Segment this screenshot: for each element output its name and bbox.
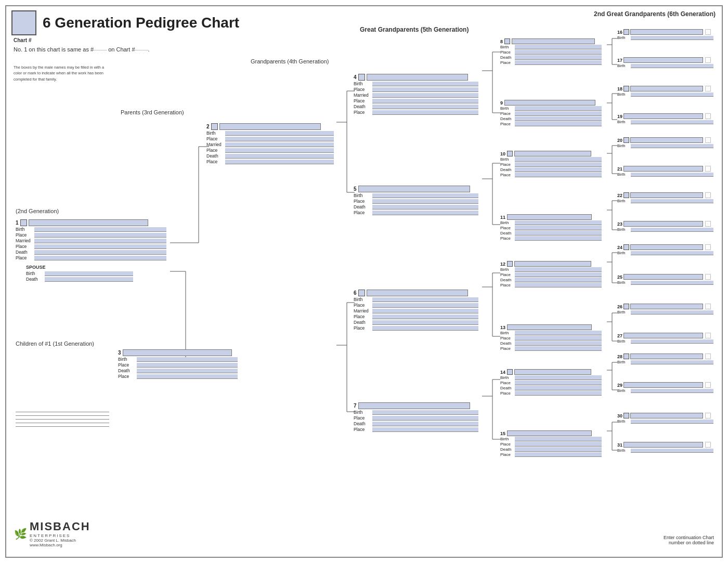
person-12-square <box>507 261 513 267</box>
logo-sub: ENTERPRISES <box>30 533 90 538</box>
logo-copy: © 2002 Grant L. Misbach www.Misbach.org <box>30 538 90 547</box>
info-paragraph: The boxes by the male names may be fille… <box>14 64 112 82</box>
person-4-namebar[interactable] <box>367 74 468 81</box>
person-10-num: 10 <box>500 151 505 156</box>
person-8-num: 8 <box>500 39 503 44</box>
person-1-namebar[interactable] <box>29 219 148 226</box>
person-3-namebar[interactable] <box>123 349 232 356</box>
person-13-num: 13 <box>500 325 505 330</box>
logo-main: MISBACH <box>30 520 90 533</box>
person-1-square <box>20 219 27 226</box>
person-26: 26 Birth <box>617 304 713 315</box>
no1-info: No. 1 on this chart is same as # on Char… <box>14 45 150 54</box>
person-25: 25 Birth <box>617 274 713 285</box>
person-21: 21 Birth <box>617 166 713 177</box>
person-2-namebar[interactable] <box>219 123 321 130</box>
person-18: 18 Birth <box>617 86 713 97</box>
person-20: 20 Birth <box>617 137 713 148</box>
person-4-num: 4 <box>354 74 357 80</box>
person-12: 12 Birth Place Death Place <box>500 261 602 287</box>
person-12-num: 12 <box>500 261 505 267</box>
chart-square <box>11 10 36 35</box>
person-9-num: 9 <box>500 100 503 106</box>
continue-note: Enter continuation Chart number on dotte… <box>664 535 714 545</box>
person-14-num: 14 <box>500 370 505 375</box>
person-15: 15 Birth Place Death Place <box>500 430 602 457</box>
person-10: 10 Birth Place Death Place <box>500 151 602 177</box>
logo-icon: 🌿 <box>14 528 27 540</box>
person-14: 14 Birth Place Death Place <box>500 369 602 396</box>
person-4-square <box>358 74 365 81</box>
person-2-square <box>211 123 218 130</box>
person-5: 5 Birth Place Death Place <box>354 186 478 215</box>
person-9-namebar[interactable] <box>504 100 595 106</box>
person-7-namebar[interactable] <box>358 402 470 409</box>
person-11-namebar[interactable] <box>507 214 592 220</box>
person-19: 19 Birth <box>617 113 713 124</box>
person-11: 11 Birth Place Death Place <box>500 214 602 241</box>
person-15-namebar[interactable] <box>507 430 592 436</box>
person-6-num: 6 <box>354 290 357 296</box>
chart-title: 6 Generation Pedigree Chart <box>43 15 239 31</box>
person-11-num: 11 <box>500 215 505 220</box>
person-6-namebar[interactable] <box>367 290 468 296</box>
gen4-label: Grandparents (4th Generation) <box>251 58 329 64</box>
person-9: 9 Birth Place Death Place <box>500 100 602 126</box>
person-17: 17 Birth <box>617 57 713 68</box>
gen2-label: (2nd Generation) <box>16 208 59 214</box>
person-6: 6 Birth Place Married Place Death Place <box>354 290 478 331</box>
person-3-num: 3 <box>118 350 121 356</box>
gen1-children-label: Children of #1 (1st Generation) <box>16 341 94 347</box>
person-8-namebar[interactable] <box>512 38 595 44</box>
logo-area: 🌿 MISBACH ENTERPRISES © 2002 Grant L. Mi… <box>14 520 90 547</box>
gen5-label: Great Grandparents (5th Generation) <box>360 26 469 33</box>
person-3: 3 Birth Place Death Place <box>118 349 238 379</box>
person-10-namebar[interactable] <box>514 151 591 156</box>
person-15-num: 15 <box>500 431 505 436</box>
person-16: 16 Birth <box>617 29 713 40</box>
person-1: 1 Birth Place Married Place Death Place … <box>16 219 166 282</box>
person-29: 29 Birth <box>617 382 713 393</box>
person-6-square <box>358 290 365 296</box>
person-27: 27 Birth <box>617 333 713 344</box>
person-1-num: 1 <box>16 220 19 226</box>
person-12-namebar[interactable] <box>514 261 591 267</box>
gen6-label: 2nd Great Grandparents (6th Generation) <box>594 10 716 18</box>
gen3-label: Parents (3rd Generation) <box>121 109 184 115</box>
person-14-square <box>507 369 513 375</box>
person-7: 7 Birth Place Death Place <box>354 402 478 432</box>
person-8-square <box>504 38 510 44</box>
person-2-num: 2 <box>206 124 210 129</box>
children-lines <box>16 412 109 427</box>
person-24: 24 Birth <box>617 244 713 255</box>
person-13-namebar[interactable] <box>507 324 592 330</box>
person-14-namebar[interactable] <box>514 369 591 375</box>
header: 6 Generation Pedigree Chart <box>11 10 239 35</box>
person-2: 2 Birth Place Married Place Death Place <box>206 123 334 164</box>
person-8: 8 Birth Place Death Place <box>500 38 602 65</box>
chart-num-label: Chart # <box>14 37 31 43</box>
person-13: 13 Birth Place Death Place <box>500 324 602 351</box>
person-4: 4 Birth Place Married Place Death Place <box>354 74 478 115</box>
person-31: 31 Birth <box>617 442 713 453</box>
person-5-namebar[interactable] <box>358 186 470 192</box>
person-28: 28 Birth <box>617 353 713 364</box>
person-5-num: 5 <box>354 186 357 192</box>
person-23: 23 Birth <box>617 221 713 232</box>
person-10-square <box>507 151 513 156</box>
person-22: 22 Birth <box>617 192 713 203</box>
person-7-num: 7 <box>354 403 357 409</box>
person-30: 30 Birth <box>617 413 713 424</box>
